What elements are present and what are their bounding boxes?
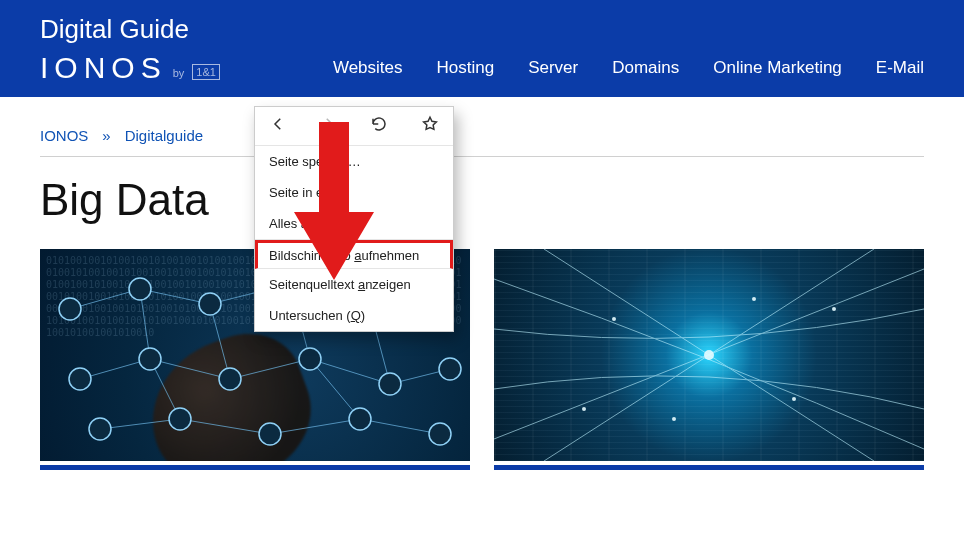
- svg-point-27: [139, 348, 161, 370]
- svg-line-15: [180, 419, 270, 434]
- svg-line-17: [360, 419, 440, 434]
- nav-online-marketing[interactable]: Online Marketing: [713, 58, 842, 78]
- nav-websites[interactable]: Websites: [333, 58, 403, 78]
- breadcrumb-digitalguide[interactable]: Digitalguide: [125, 127, 203, 144]
- ctx-inspect[interactable]: Untersuchen (Q): [255, 300, 453, 331]
- nav-email[interactable]: E-Mail: [876, 58, 924, 78]
- svg-point-32: [89, 418, 111, 440]
- svg-line-14: [100, 419, 180, 429]
- svg-line-6: [150, 359, 230, 379]
- svg-line-8: [310, 359, 390, 384]
- one-and-one-badge: 1&1: [192, 64, 220, 80]
- nav-server[interactable]: Server: [528, 58, 578, 78]
- svg-point-37: [704, 350, 714, 360]
- breadcrumb: IONOS » Digitalguide: [40, 97, 924, 157]
- red-arrow-annotation: [294, 122, 374, 284]
- svg-point-35: [349, 408, 371, 430]
- card-accent-line: [494, 465, 924, 470]
- card-accent-line: [40, 465, 470, 470]
- logo-group[interactable]: IONOS by 1&1: [40, 51, 220, 85]
- svg-point-42: [752, 297, 756, 301]
- svg-point-36: [429, 423, 451, 445]
- bookmark-star-icon[interactable]: [421, 115, 439, 137]
- svg-point-30: [379, 373, 401, 395]
- svg-point-33: [169, 408, 191, 430]
- back-icon[interactable]: [269, 115, 287, 137]
- svg-point-34: [259, 423, 281, 445]
- ionos-logo: IONOS: [40, 51, 167, 85]
- by-label: by: [173, 67, 185, 79]
- nav-domains[interactable]: Domains: [612, 58, 679, 78]
- svg-line-7: [230, 359, 310, 379]
- svg-point-22: [199, 293, 221, 315]
- light-network-decor: [494, 249, 924, 461]
- breadcrumb-ionos[interactable]: IONOS: [40, 127, 88, 144]
- svg-point-39: [792, 397, 796, 401]
- svg-point-40: [832, 307, 836, 311]
- svg-point-21: [129, 278, 151, 300]
- article-cards: 0101001001010010010100100101001001010010…: [40, 249, 924, 470]
- svg-point-20: [59, 298, 81, 320]
- main-nav: Websites Hosting Server Domains Online M…: [333, 58, 924, 78]
- brand-title: Digital Guide: [40, 14, 924, 45]
- article-card[interactable]: [494, 249, 924, 470]
- svg-point-26: [69, 368, 91, 390]
- article-image-datacenter: [494, 249, 924, 461]
- svg-point-29: [299, 348, 321, 370]
- breadcrumb-separator: »: [102, 127, 110, 144]
- page-title: Big Data: [40, 175, 924, 225]
- svg-line-16: [270, 419, 360, 434]
- svg-point-28: [219, 368, 241, 390]
- svg-point-41: [582, 407, 586, 411]
- svg-point-43: [672, 417, 676, 421]
- svg-point-38: [612, 317, 616, 321]
- site-header: Digital Guide IONOS by 1&1 Websites Host…: [0, 0, 964, 97]
- svg-point-31: [439, 358, 461, 380]
- nav-hosting[interactable]: Hosting: [437, 58, 495, 78]
